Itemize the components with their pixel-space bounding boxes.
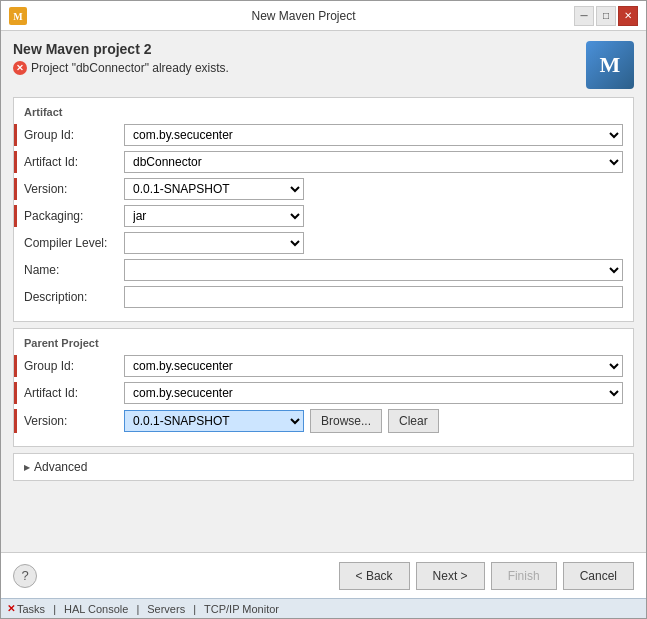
back-button[interactable]: < Back xyxy=(339,562,410,590)
tasks-x-icon: ✕ xyxy=(7,603,15,614)
navigation-buttons: < Back Next > Finish Cancel xyxy=(339,562,634,590)
description-input[interactable] xyxy=(124,286,623,308)
help-button[interactable]: ? xyxy=(13,564,37,588)
artifact-id-select[interactable]: dbConnector xyxy=(124,151,623,173)
artifact-section: Artifact Group Id: com.by.secucenter Art… xyxy=(13,97,634,322)
close-button[interactable]: ✕ xyxy=(618,6,638,26)
next-button[interactable]: Next > xyxy=(416,562,485,590)
description-label: Description: xyxy=(24,290,124,304)
minimize-button[interactable]: ─ xyxy=(574,6,594,26)
status-divider-1: | xyxy=(53,603,56,615)
hal-console-status[interactable]: HAL Console xyxy=(64,603,128,615)
parent-artifact-id-row: Artifact Id: com.by.secucenter xyxy=(24,382,623,404)
parent-version-label: Version: xyxy=(24,414,124,428)
artifact-section-title: Artifact xyxy=(24,106,623,118)
advanced-label: Advanced xyxy=(34,460,87,474)
packaging-label: Packaging: xyxy=(24,209,124,223)
title-bar: M New Maven Project ─ □ ✕ xyxy=(1,1,646,31)
artifact-id-row: Artifact Id: dbConnector xyxy=(24,151,623,173)
window-title: New Maven Project xyxy=(33,9,574,23)
error-text: Project "dbConnector" already exists. xyxy=(31,61,229,75)
parent-artifact-id-select[interactable]: com.by.secucenter xyxy=(124,382,623,404)
parent-version-controls: 0.0.1-SNAPSHOT Browse... Clear xyxy=(124,409,623,433)
servers-label: Servers xyxy=(147,603,185,615)
tasks-status[interactable]: ✕ Tasks xyxy=(7,603,45,615)
parent-group-id-row: Group Id: com.by.secucenter xyxy=(24,355,623,377)
page-title-area: New Maven project 2 ✕ Project "dbConnect… xyxy=(13,41,229,75)
page-header: New Maven project 2 ✕ Project "dbConnect… xyxy=(13,41,634,89)
maximize-button[interactable]: □ xyxy=(596,6,616,26)
advanced-header[interactable]: ▶ Advanced xyxy=(24,460,623,474)
content-area: New Maven project 2 ✕ Project "dbConnect… xyxy=(1,31,646,552)
parent-group-id-select[interactable]: com.by.secucenter xyxy=(124,355,623,377)
main-window: M New Maven Project ─ □ ✕ New Maven proj… xyxy=(0,0,647,619)
group-id-row: Group Id: com.by.secucenter xyxy=(24,124,623,146)
window-controls: ─ □ ✕ xyxy=(574,6,638,26)
clear-button[interactable]: Clear xyxy=(388,409,439,433)
browse-button[interactable]: Browse... xyxy=(310,409,382,433)
compiler-level-row: Compiler Level: xyxy=(24,232,623,254)
status-bar: ✕ Tasks | HAL Console | Servers | TCP/IP… xyxy=(1,598,646,618)
name-row: Name: xyxy=(24,259,623,281)
svg-text:M: M xyxy=(13,11,23,22)
finish-button[interactable]: Finish xyxy=(491,562,557,590)
error-message-row: ✕ Project "dbConnector" already exists. xyxy=(13,61,229,75)
tcpip-status[interactable]: TCP/IP Monitor xyxy=(204,603,279,615)
tcpip-label: TCP/IP Monitor xyxy=(204,603,279,615)
version-select[interactable]: 0.0.1-SNAPSHOT xyxy=(124,178,304,200)
group-id-label: Group Id: xyxy=(24,128,124,142)
hal-console-label: HAL Console xyxy=(64,603,128,615)
app-icon: M xyxy=(9,7,27,25)
bottom-bar: ? < Back Next > Finish Cancel xyxy=(1,552,646,598)
tasks-label: Tasks xyxy=(17,603,45,615)
packaging-select[interactable]: jar xyxy=(124,205,304,227)
servers-status[interactable]: Servers xyxy=(147,603,185,615)
status-divider-3: | xyxy=(193,603,196,615)
group-id-select[interactable]: com.by.secucenter xyxy=(124,124,623,146)
version-row: Version: 0.0.1-SNAPSHOT xyxy=(24,178,623,200)
name-select[interactable] xyxy=(124,259,623,281)
parent-artifact-id-label: Artifact Id: xyxy=(24,386,124,400)
artifact-id-label: Artifact Id: xyxy=(24,155,124,169)
version-label: Version: xyxy=(24,182,124,196)
parent-version-select[interactable]: 0.0.1-SNAPSHOT xyxy=(124,410,304,432)
name-label: Name: xyxy=(24,263,124,277)
spacer xyxy=(13,487,634,542)
maven-logo: M xyxy=(586,41,634,89)
status-divider-2: | xyxy=(136,603,139,615)
parent-project-section: Parent Project Group Id: com.by.secucent… xyxy=(13,328,634,447)
parent-section-title: Parent Project xyxy=(24,337,623,349)
compiler-level-select[interactable] xyxy=(124,232,304,254)
expand-icon: ▶ xyxy=(24,463,30,472)
error-icon: ✕ xyxy=(13,61,27,75)
packaging-row: Packaging: jar xyxy=(24,205,623,227)
compiler-level-label: Compiler Level: xyxy=(24,236,124,250)
parent-group-id-label: Group Id: xyxy=(24,359,124,373)
page-title: New Maven project 2 xyxy=(13,41,229,57)
cancel-button[interactable]: Cancel xyxy=(563,562,634,590)
parent-version-row: Version: 0.0.1-SNAPSHOT Browse... Clear xyxy=(24,409,623,433)
advanced-section: ▶ Advanced xyxy=(13,453,634,481)
description-row: Description: xyxy=(24,286,623,308)
